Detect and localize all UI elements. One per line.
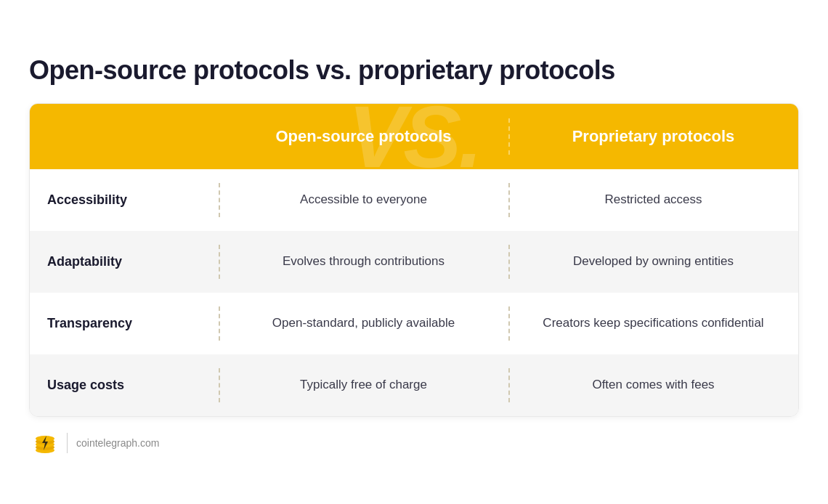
- left-divider-usage-costs: [219, 368, 220, 402]
- table-header: VS. Open-source protocols Proprietary pr…: [30, 104, 798, 169]
- row-proprietary-value-adaptability: Developed by owning entities: [508, 240, 798, 284]
- row-label-cell-adaptability: Adaptability: [30, 240, 219, 284]
- row-label-adaptability: Adaptability: [47, 254, 122, 269]
- table-row-usage-costs: Usage costs Typically free of charge Oft…: [30, 354, 798, 416]
- header-open-source-label: Open-source protocols: [275, 127, 451, 145]
- left-divider-transparency: [219, 306, 220, 340]
- row-label-cell-transparency: Transparency: [30, 301, 219, 346]
- cointelegraph-logo-icon: [32, 430, 58, 456]
- table-row-transparency: Transparency Open-standard, publicly ava…: [30, 293, 798, 354]
- row-label-usage-costs: Usage costs: [47, 378, 124, 393]
- table-body: Accessibility Accessible to everyone Res…: [30, 169, 798, 416]
- right-divider-adaptability: [508, 245, 510, 278]
- row-proprietary-value-accessibility: Restricted access: [508, 178, 798, 222]
- header-open-source-col: Open-source protocols: [219, 113, 508, 160]
- footer-logo: [32, 430, 58, 456]
- footer: cointelegraph.com: [29, 430, 799, 456]
- row-opensource-value-adaptability: Evolves through contributions: [219, 240, 508, 284]
- row-opensource-value-usage-costs: Typically free of charge: [219, 363, 508, 407]
- left-divider-adaptability: [219, 245, 220, 278]
- header-proprietary-label: Proprietary protocols: [572, 127, 735, 145]
- row-label-cell-usage-costs: Usage costs: [30, 363, 219, 407]
- row-label-cell-accessibility: Accessibility: [30, 178, 219, 222]
- right-divider-accessibility: [508, 183, 510, 216]
- right-divider-transparency: [508, 306, 510, 340]
- row-opensource-value-transparency: Open-standard, publicly available: [219, 301, 508, 346]
- row-proprietary-value-transparency: Creators keep specifications confidentia…: [508, 301, 798, 346]
- table-row-adaptability: Adaptability Evolves through contributio…: [30, 231, 798, 293]
- footer-divider: [67, 433, 68, 453]
- table-row-accessibility: Accessibility Accessible to everyone Res…: [30, 169, 798, 231]
- comparison-table: VS. Open-source protocols Proprietary pr…: [29, 103, 799, 417]
- footer-domain-text: cointelegraph.com: [76, 437, 159, 449]
- row-label-transparency: Transparency: [47, 316, 132, 331]
- row-opensource-value-accessibility: Accessible to everyone: [219, 178, 508, 222]
- row-proprietary-value-usage-costs: Often comes with fees: [508, 363, 798, 407]
- page-container: Open-source protocols vs. proprietary pr…: [15, 33, 813, 471]
- right-divider-usage-costs: [508, 368, 510, 402]
- header-proprietary-col: Proprietary protocols: [508, 113, 798, 160]
- header-col-divider: [508, 118, 510, 155]
- left-divider-accessibility: [219, 183, 220, 216]
- row-label-accessibility: Accessibility: [47, 192, 127, 208]
- page-title: Open-source protocols vs. proprietary pr…: [29, 55, 799, 86]
